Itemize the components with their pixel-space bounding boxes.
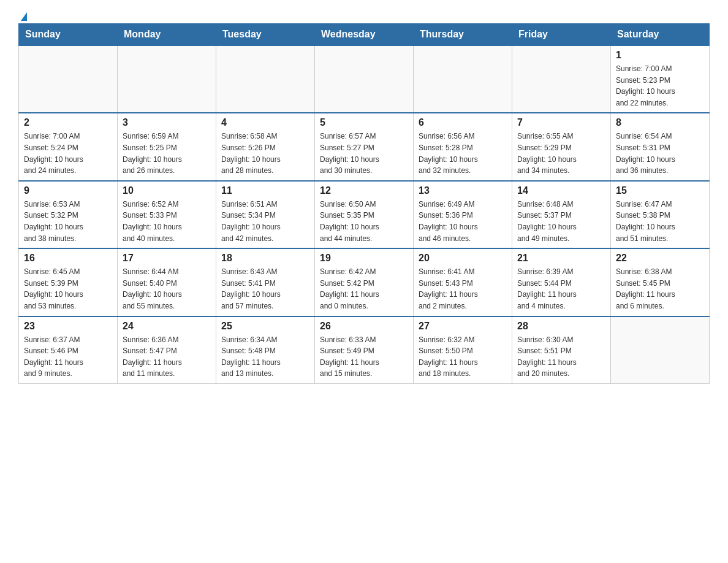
day-info: Sunrise: 6:47 AM Sunset: 5:38 PM Dayligh…	[616, 199, 704, 244]
day-info: Sunrise: 7:00 AM Sunset: 5:24 PM Dayligh…	[24, 131, 112, 176]
col-header-wednesday: Wednesday	[315, 24, 414, 46]
calendar-cell: 5Sunrise: 6:57 AM Sunset: 5:27 PM Daylig…	[315, 113, 414, 180]
calendar-cell: 8Sunrise: 6:54 AM Sunset: 5:31 PM Daylig…	[611, 113, 710, 180]
day-number: 20	[419, 253, 507, 264]
day-number: 21	[517, 253, 605, 264]
logo-arrow-icon	[21, 12, 27, 21]
day-number: 1	[616, 50, 704, 61]
day-number: 15	[616, 185, 704, 196]
day-info: Sunrise: 6:43 AM Sunset: 5:41 PM Dayligh…	[221, 266, 309, 312]
calendar-cell: 19Sunrise: 6:42 AM Sunset: 5:42 PM Dayli…	[315, 248, 414, 316]
calendar-cell	[611, 316, 710, 384]
day-number: 2	[24, 117, 112, 128]
calendar-cell: 20Sunrise: 6:41 AM Sunset: 5:43 PM Dayli…	[414, 248, 512, 316]
calendar-cell: 4Sunrise: 6:58 AM Sunset: 5:26 PM Daylig…	[216, 113, 315, 180]
day-info: Sunrise: 6:42 AM Sunset: 5:42 PM Dayligh…	[320, 266, 408, 312]
day-number: 7	[517, 117, 605, 128]
day-number: 13	[419, 185, 507, 196]
day-number: 9	[24, 185, 112, 196]
calendar-cell	[216, 45, 315, 113]
calendar-cell: 12Sunrise: 6:50 AM Sunset: 5:35 PM Dayli…	[315, 181, 414, 248]
calendar-cell: 22Sunrise: 6:38 AM Sunset: 5:45 PM Dayli…	[611, 248, 710, 316]
calendar-cell: 16Sunrise: 6:45 AM Sunset: 5:39 PM Dayli…	[19, 248, 118, 316]
day-number: 12	[320, 185, 408, 196]
day-info: Sunrise: 6:39 AM Sunset: 5:44 PM Dayligh…	[517, 266, 605, 312]
calendar-cell	[414, 45, 512, 113]
day-number: 27	[419, 321, 507, 332]
calendar-cell: 2Sunrise: 7:00 AM Sunset: 5:24 PM Daylig…	[19, 113, 118, 180]
col-header-friday: Friday	[512, 24, 611, 46]
day-info: Sunrise: 6:37 AM Sunset: 5:46 PM Dayligh…	[24, 334, 112, 380]
day-number: 26	[320, 321, 408, 332]
calendar-cell: 27Sunrise: 6:32 AM Sunset: 5:50 PM Dayli…	[414, 316, 512, 384]
calendar-cell: 1Sunrise: 7:00 AM Sunset: 5:23 PM Daylig…	[611, 45, 710, 113]
day-info: Sunrise: 6:41 AM Sunset: 5:43 PM Dayligh…	[419, 266, 507, 312]
calendar-week-row: 1Sunrise: 7:00 AM Sunset: 5:23 PM Daylig…	[19, 45, 710, 113]
day-number: 5	[320, 117, 408, 128]
day-number: 3	[123, 117, 211, 128]
day-info: Sunrise: 6:56 AM Sunset: 5:28 PM Dayligh…	[419, 131, 507, 176]
calendar-cell	[19, 45, 118, 113]
calendar-week-row: 23Sunrise: 6:37 AM Sunset: 5:46 PM Dayli…	[19, 316, 710, 384]
calendar-cell: 13Sunrise: 6:49 AM Sunset: 5:36 PM Dayli…	[414, 181, 512, 248]
calendar-table: SundayMondayTuesdayWednesdayThursdayFrid…	[18, 23, 710, 384]
calendar-cell: 26Sunrise: 6:33 AM Sunset: 5:49 PM Dayli…	[315, 316, 414, 384]
day-info: Sunrise: 6:33 AM Sunset: 5:49 PM Dayligh…	[320, 334, 408, 380]
day-info: Sunrise: 6:30 AM Sunset: 5:51 PM Dayligh…	[517, 334, 605, 380]
day-number: 14	[517, 185, 605, 196]
day-number: 8	[616, 117, 704, 128]
day-number: 17	[123, 253, 211, 264]
calendar-cell: 23Sunrise: 6:37 AM Sunset: 5:46 PM Dayli…	[19, 316, 118, 384]
page-header	[18, 12, 710, 17]
calendar-cell: 15Sunrise: 6:47 AM Sunset: 5:38 PM Dayli…	[611, 181, 710, 248]
day-number: 11	[221, 185, 309, 196]
day-info: Sunrise: 6:50 AM Sunset: 5:35 PM Dayligh…	[320, 199, 408, 244]
col-header-saturday: Saturday	[611, 24, 710, 46]
calendar-cell: 25Sunrise: 6:34 AM Sunset: 5:48 PM Dayli…	[216, 316, 315, 384]
col-header-sunday: Sunday	[19, 24, 118, 46]
calendar-cell: 3Sunrise: 6:59 AM Sunset: 5:25 PM Daylig…	[118, 113, 216, 180]
day-info: Sunrise: 6:48 AM Sunset: 5:37 PM Dayligh…	[517, 199, 605, 244]
day-info: Sunrise: 6:38 AM Sunset: 5:45 PM Dayligh…	[616, 266, 704, 312]
calendar-cell: 10Sunrise: 6:52 AM Sunset: 5:33 PM Dayli…	[118, 181, 216, 248]
day-info: Sunrise: 7:00 AM Sunset: 5:23 PM Dayligh…	[616, 63, 704, 109]
col-header-monday: Monday	[118, 24, 216, 46]
day-number: 28	[517, 321, 605, 332]
day-number: 16	[24, 253, 112, 264]
calendar-cell: 24Sunrise: 6:36 AM Sunset: 5:47 PM Dayli…	[118, 316, 216, 384]
col-header-tuesday: Tuesday	[216, 24, 315, 46]
calendar-cell: 18Sunrise: 6:43 AM Sunset: 5:41 PM Dayli…	[216, 248, 315, 316]
calendar-cell	[118, 45, 216, 113]
day-number: 22	[616, 253, 704, 264]
day-info: Sunrise: 6:53 AM Sunset: 5:32 PM Dayligh…	[24, 199, 112, 244]
calendar-cell: 14Sunrise: 6:48 AM Sunset: 5:37 PM Dayli…	[512, 181, 611, 248]
calendar-week-row: 16Sunrise: 6:45 AM Sunset: 5:39 PM Dayli…	[19, 248, 710, 316]
day-info: Sunrise: 6:44 AM Sunset: 5:40 PM Dayligh…	[123, 266, 211, 312]
calendar-cell: 6Sunrise: 6:56 AM Sunset: 5:28 PM Daylig…	[414, 113, 512, 180]
calendar-cell: 17Sunrise: 6:44 AM Sunset: 5:40 PM Dayli…	[118, 248, 216, 316]
calendar-cell: 9Sunrise: 6:53 AM Sunset: 5:32 PM Daylig…	[19, 181, 118, 248]
day-info: Sunrise: 6:49 AM Sunset: 5:36 PM Dayligh…	[419, 199, 507, 244]
day-number: 19	[320, 253, 408, 264]
day-info: Sunrise: 6:32 AM Sunset: 5:50 PM Dayligh…	[419, 334, 507, 380]
day-info: Sunrise: 6:55 AM Sunset: 5:29 PM Dayligh…	[517, 131, 605, 176]
day-info: Sunrise: 6:45 AM Sunset: 5:39 PM Dayligh…	[24, 266, 112, 312]
day-info: Sunrise: 6:59 AM Sunset: 5:25 PM Dayligh…	[123, 131, 211, 176]
calendar-week-row: 9Sunrise: 6:53 AM Sunset: 5:32 PM Daylig…	[19, 181, 710, 248]
day-info: Sunrise: 6:54 AM Sunset: 5:31 PM Dayligh…	[616, 131, 704, 176]
calendar-cell: 28Sunrise: 6:30 AM Sunset: 5:51 PM Dayli…	[512, 316, 611, 384]
logo	[18, 12, 27, 17]
day-info: Sunrise: 6:34 AM Sunset: 5:48 PM Dayligh…	[221, 334, 309, 380]
calendar-cell	[512, 45, 611, 113]
day-number: 18	[221, 253, 309, 264]
day-number: 24	[123, 321, 211, 332]
calendar-cell: 11Sunrise: 6:51 AM Sunset: 5:34 PM Dayli…	[216, 181, 315, 248]
day-info: Sunrise: 6:36 AM Sunset: 5:47 PM Dayligh…	[123, 334, 211, 380]
day-number: 25	[221, 321, 309, 332]
day-info: Sunrise: 6:52 AM Sunset: 5:33 PM Dayligh…	[123, 199, 211, 244]
day-number: 23	[24, 321, 112, 332]
day-info: Sunrise: 6:58 AM Sunset: 5:26 PM Dayligh…	[221, 131, 309, 176]
calendar-cell: 7Sunrise: 6:55 AM Sunset: 5:29 PM Daylig…	[512, 113, 611, 180]
day-info: Sunrise: 6:57 AM Sunset: 5:27 PM Dayligh…	[320, 131, 408, 176]
calendar-week-row: 2Sunrise: 7:00 AM Sunset: 5:24 PM Daylig…	[19, 113, 710, 180]
